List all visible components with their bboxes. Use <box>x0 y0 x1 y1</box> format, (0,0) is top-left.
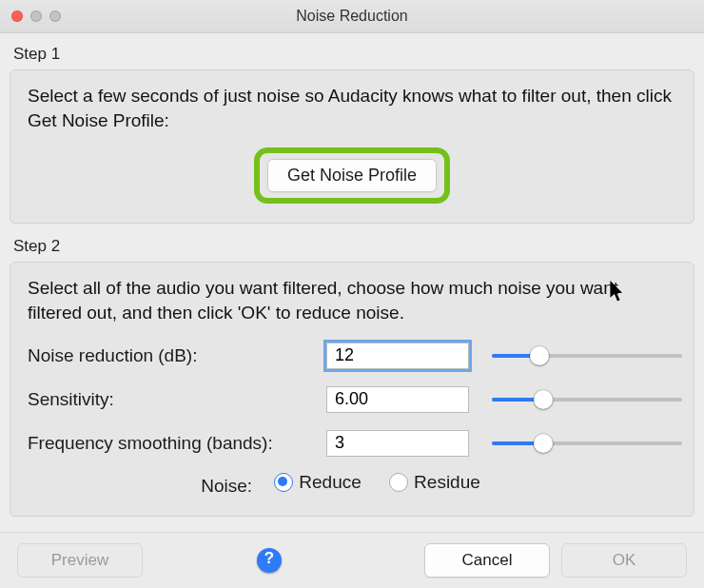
step2-instructions: Select all of the audio you want filtere… <box>28 276 676 324</box>
noise-radio-group: Noise: Reduce Residue <box>28 472 676 497</box>
noise-reduction-label: Noise reduction (dB): <box>28 345 313 366</box>
noise-radio-residue[interactable]: Residue <box>389 472 480 493</box>
noise-reduction-input[interactable] <box>326 343 469 369</box>
frequency-smoothing-input[interactable] <box>326 430 469 457</box>
noise-radio-label: Noise: <box>201 476 252 496</box>
radio-selected-icon <box>274 473 293 492</box>
sensitivity-label: Sensitivity: <box>28 389 313 410</box>
get-noise-profile-button[interactable]: Get Noise Profile <box>267 159 437 192</box>
frequency-smoothing-slider[interactable] <box>492 432 682 455</box>
noise-radio-reduce-label: Reduce <box>299 472 362 493</box>
step1-instructions: Select a few seconds of just noise so Au… <box>28 84 676 132</box>
step1-heading: Step 1 <box>4 41 700 69</box>
sensitivity-input[interactable] <box>326 386 469 413</box>
frequency-smoothing-label: Frequency smoothing (bands): <box>28 433 313 454</box>
titlebar: Noise Reduction <box>0 0 704 33</box>
sensitivity-slider[interactable] <box>492 388 682 411</box>
preview-button[interactable]: Preview <box>17 543 143 578</box>
radio-unselected-icon <box>389 473 408 492</box>
ok-button[interactable]: OK <box>561 543 687 578</box>
dialog-button-bar: Preview Cancel OK <box>0 532 704 588</box>
cancel-button[interactable]: Cancel <box>424 543 550 578</box>
window-title: Noise Reduction <box>0 8 704 25</box>
step2-heading: Step 2 <box>4 233 700 262</box>
noise-radio-reduce[interactable]: Reduce <box>274 472 362 493</box>
noise-reduction-slider[interactable] <box>492 344 682 367</box>
step1-panel: Select a few seconds of just noise so Au… <box>10 69 694 224</box>
step2-panel: Select all of the audio you want filtere… <box>10 262 694 516</box>
noise-radio-residue-label: Residue <box>414 472 480 493</box>
help-icon[interactable] <box>257 548 282 573</box>
annotation-highlight: Get Noise Profile <box>254 147 450 204</box>
